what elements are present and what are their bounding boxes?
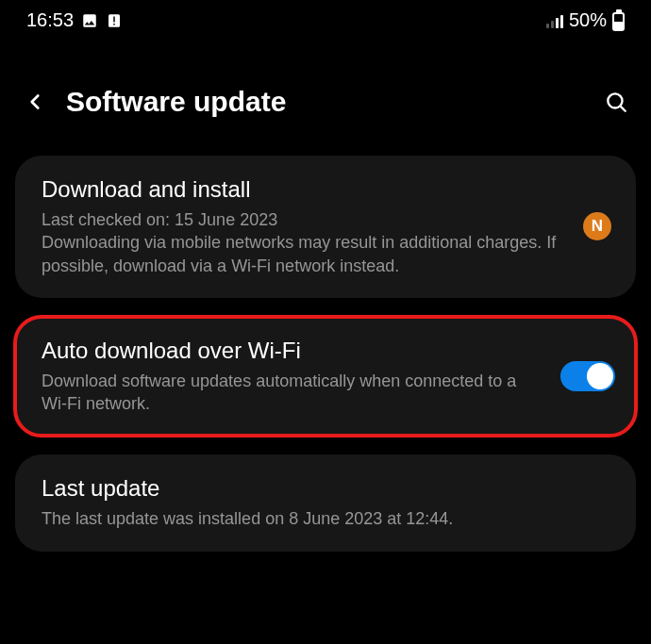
- page-header: Software update: [0, 39, 651, 156]
- picture-icon: [81, 12, 98, 29]
- status-time: 16:53: [26, 9, 74, 31]
- notification-badge: N: [583, 212, 611, 240]
- signal-icon: [546, 13, 563, 28]
- status-bar: 16:53 50%: [0, 0, 651, 39]
- auto-download-title: Auto download over Wi-Fi: [42, 338, 539, 364]
- download-title: Download and install: [42, 176, 609, 203]
- toggle-knob: [587, 363, 613, 389]
- svg-rect-1: [113, 16, 115, 22]
- status-left: 16:53: [26, 9, 123, 31]
- battery-icon: [612, 9, 625, 31]
- auto-download-toggle[interactable]: [560, 361, 615, 391]
- page-title: Software update: [66, 86, 585, 118]
- download-and-install-card[interactable]: Download and install Last checked on: 15…: [15, 156, 636, 298]
- auto-download-description: Download software updates automatically …: [42, 370, 539, 416]
- battery-percentage: 50%: [569, 9, 607, 31]
- search-icon[interactable]: [602, 88, 630, 116]
- last-update-title: Last update: [42, 475, 609, 502]
- svg-rect-2: [113, 24, 115, 25]
- last-update-card[interactable]: Last update The last update was installe…: [15, 454, 636, 551]
- back-icon[interactable]: [21, 88, 49, 116]
- last-update-description: The last update was installed on 8 June …: [42, 507, 609, 530]
- download-last-checked: Last checked on: 15 June 2023: [42, 208, 609, 231]
- download-description: Downloading via mobile networks may resu…: [42, 231, 609, 277]
- svg-line-4: [621, 107, 626, 111]
- status-right: 50%: [546, 9, 625, 31]
- auto-download-card[interactable]: Auto download over Wi-Fi Download softwa…: [15, 317, 636, 437]
- alert-icon: [106, 12, 123, 29]
